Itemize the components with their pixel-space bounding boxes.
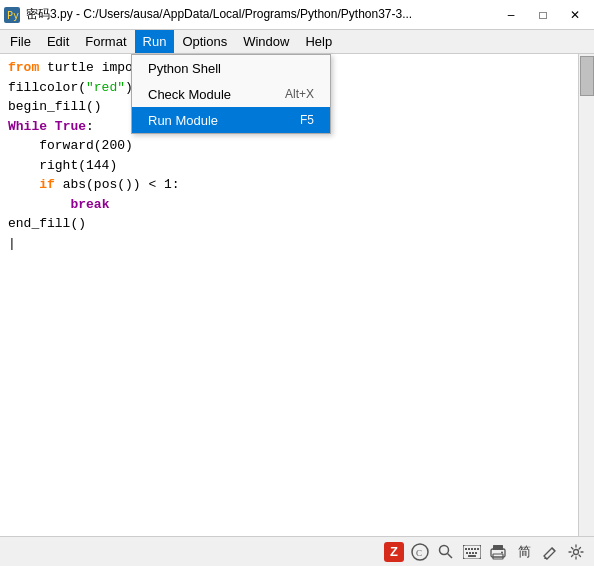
taskbar: Z C xyxy=(0,536,594,566)
svg-rect-15 xyxy=(475,552,477,554)
menu-format[interactable]: Format xyxy=(77,30,134,53)
check-module-item[interactable]: Check Module Alt+X xyxy=(132,81,330,107)
scrollbar-thumb[interactable] xyxy=(580,56,594,96)
menu-run[interactable]: Run xyxy=(135,30,175,53)
maximize-button[interactable]: □ xyxy=(528,5,558,25)
svg-point-22 xyxy=(574,549,579,554)
taskbar-icon-search[interactable] xyxy=(436,542,456,562)
svg-rect-7 xyxy=(465,548,467,550)
title-bar: Py 密码3.py - C:/Users/ausa/AppData/Local/… xyxy=(0,0,594,30)
taskbar-icon-print[interactable] xyxy=(488,542,508,562)
svg-rect-13 xyxy=(469,552,471,554)
taskbar-icon-edit[interactable] xyxy=(540,542,560,562)
close-button[interactable]: ✕ xyxy=(560,5,590,25)
menu-edit[interactable]: Edit xyxy=(39,30,77,53)
svg-rect-18 xyxy=(493,545,503,550)
run-dropdown: Python Shell Check Module Alt+X Run Modu… xyxy=(131,54,331,134)
taskbar-icon-settings[interactable] xyxy=(566,542,586,562)
window-title: 密码3.py - C:/Users/ausa/AppData/Local/Pro… xyxy=(26,6,496,23)
svg-rect-16 xyxy=(468,555,476,557)
svg-text:C: C xyxy=(416,548,422,558)
svg-point-4 xyxy=(440,545,449,554)
menu-help[interactable]: Help xyxy=(297,30,340,53)
window-controls: – □ ✕ xyxy=(496,5,590,25)
minimize-button[interactable]: – xyxy=(496,5,526,25)
menu-bar: File Edit Format Run Options Window Help xyxy=(0,30,594,54)
svg-line-5 xyxy=(448,553,453,558)
svg-rect-14 xyxy=(472,552,474,554)
svg-point-20 xyxy=(501,551,503,553)
svg-text:Py: Py xyxy=(7,10,19,21)
menu-window[interactable]: Window xyxy=(235,30,297,53)
svg-rect-10 xyxy=(474,548,476,550)
taskbar-icon-z[interactable]: Z xyxy=(384,542,404,562)
menu-options[interactable]: Options xyxy=(174,30,235,53)
svg-rect-9 xyxy=(471,548,473,550)
taskbar-icon-c[interactable]: C xyxy=(410,542,430,562)
menu-file[interactable]: File xyxy=(2,30,39,53)
app-icon: Py xyxy=(4,7,20,23)
run-module-item[interactable]: Run Module F5 xyxy=(132,107,330,133)
python-shell-item[interactable]: Python Shell xyxy=(132,55,330,81)
taskbar-icon-keyboard[interactable] xyxy=(462,542,482,562)
taskbar-icon-jian[interactable]: 简 xyxy=(514,542,534,562)
svg-rect-12 xyxy=(466,552,468,554)
svg-rect-11 xyxy=(477,548,479,550)
svg-rect-8 xyxy=(468,548,470,550)
vertical-scrollbar[interactable] xyxy=(578,54,594,536)
